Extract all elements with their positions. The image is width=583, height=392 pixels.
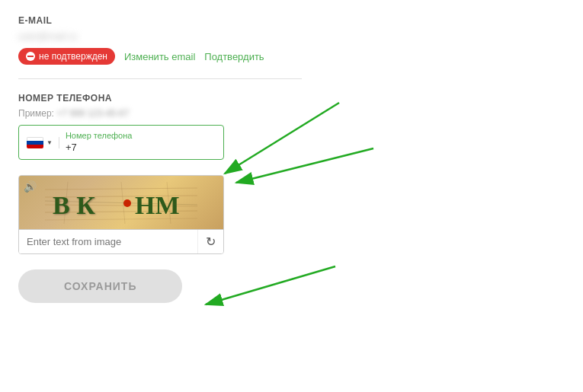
- captcha-wrapper: 🔊 В К НМ ↻: [18, 175, 224, 254]
- russia-flag-icon: [27, 137, 43, 148]
- phone-example: Пример: +7 999 123-45-67: [18, 108, 302, 119]
- country-selector[interactable]: ▼: [27, 137, 59, 148]
- email-section-label: E-MAIL: [18, 15, 302, 26]
- email-value: user@mail.ru: [18, 30, 302, 42]
- phone-section-label: НОМЕР ТЕЛЕФОНА: [18, 93, 302, 104]
- save-button[interactable]: СОХРАНИТЬ: [18, 269, 182, 303]
- svg-text:НМ: НМ: [135, 191, 180, 219]
- phone-input-content: Номер телефона +7: [66, 132, 132, 153]
- email-section: E-MAIL user@mail.ru не подтвержден Измен…: [18, 15, 302, 65]
- svg-line-0: [45, 188, 197, 190]
- phone-input-wrapper[interactable]: ▼ Номер телефона +7: [18, 125, 224, 160]
- captcha-refresh-icon[interactable]: ↻: [197, 230, 223, 253]
- change-email-link[interactable]: Изменить email: [124, 51, 195, 62]
- phone-field-label: Номер телефона: [66, 132, 132, 140]
- phone-prefix-value: +7: [66, 142, 132, 153]
- captcha-input-row: ↻: [19, 229, 223, 253]
- svg-text:В К: В К: [53, 191, 95, 219]
- minus-icon: [26, 52, 35, 61]
- phone-example-value: +7 999 123-45-67: [56, 108, 129, 119]
- not-confirmed-badge: не подтвержден: [18, 48, 115, 65]
- captcha-text-input[interactable]: [19, 230, 197, 253]
- badge-label: не подтвержден: [39, 51, 107, 62]
- section-divider: [18, 78, 302, 79]
- phone-section: НОМЕР ТЕЛЕФОНА Пример: +7 999 123-45-67 …: [18, 93, 302, 160]
- captcha-image-area: 🔊 В К НМ: [19, 176, 223, 229]
- captcha-sound-icon[interactable]: 🔊: [24, 180, 37, 193]
- chevron-down-icon: ▼: [46, 139, 53, 146]
- confirm-email-link[interactable]: Подтвердить: [204, 51, 264, 62]
- email-actions: не подтвержден Изменить email Подтвердит…: [18, 48, 302, 65]
- captcha-image: В К НМ: [45, 182, 197, 224]
